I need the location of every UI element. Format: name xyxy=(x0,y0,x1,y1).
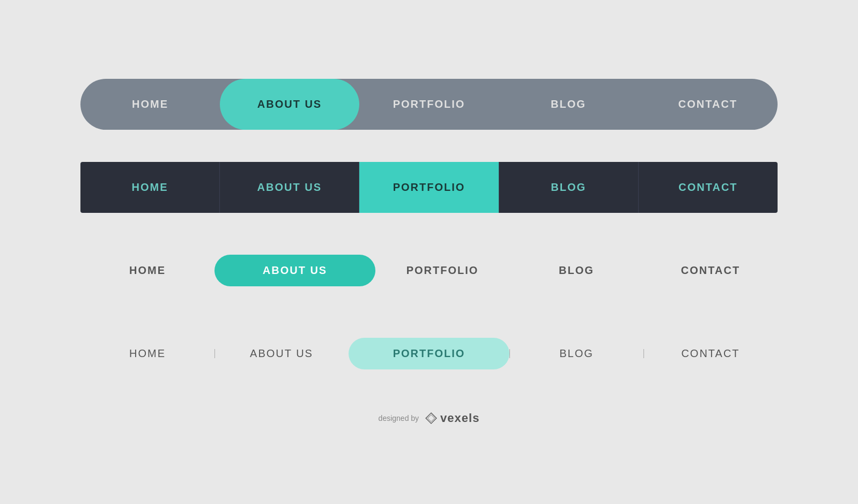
nav1-blog[interactable]: BLOG xyxy=(499,79,638,130)
nav-bar-4: HOME ABOUT US PORTFOLIO BLOG CONTACT xyxy=(80,328,778,379)
vexels-brand-name: vexels xyxy=(440,411,479,425)
nav4-about-us[interactable]: ABOUT US xyxy=(214,347,349,360)
nav-bar-3: HOME ABOUT US PORTFOLIO BLOG CONTACT xyxy=(80,245,778,296)
nav3-portfolio[interactable]: PORTFOLIO xyxy=(375,264,509,277)
nav3-blog[interactable]: BLOG xyxy=(509,264,644,277)
designed-by-label: designed by xyxy=(379,414,419,423)
nav2-about-us[interactable]: ABOUT US xyxy=(220,162,359,213)
nav1-home[interactable]: HOME xyxy=(80,79,220,130)
nav3-contact[interactable]: CONTACT xyxy=(644,264,778,277)
nav4-portfolio[interactable]: PORTFOLIO xyxy=(349,338,509,369)
page-wrapper: HOME ABOUT US PORTFOLIO BLOG CONTACT HOM… xyxy=(0,57,858,447)
nav4-blog[interactable]: BLOG xyxy=(509,347,644,360)
nav2-blog[interactable]: BLOG xyxy=(499,162,639,213)
nav1-contact[interactable]: CONTACT xyxy=(638,79,778,130)
nav2-portfolio[interactable]: PORTFOLIO xyxy=(359,162,499,213)
nav3-about-us[interactable]: ABOUT US xyxy=(214,255,375,286)
footer: designed by vexels xyxy=(379,411,480,425)
nav4-contact[interactable]: CONTACT xyxy=(644,347,778,360)
nav-bar-1: HOME ABOUT US PORTFOLIO BLOG CONTACT xyxy=(80,79,778,130)
vexels-diamond-icon xyxy=(425,412,437,424)
nav2-home[interactable]: HOME xyxy=(80,162,220,213)
nav-bar-2: HOME ABOUT US PORTFOLIO BLOG CONTACT xyxy=(80,162,778,213)
nav4-home[interactable]: HOME xyxy=(80,347,214,360)
nav1-about-us[interactable]: ABOUT US xyxy=(220,79,359,130)
nav1-portfolio[interactable]: PORTFOLIO xyxy=(359,79,499,130)
vexels-logo: vexels xyxy=(425,411,479,425)
nav3-home[interactable]: HOME xyxy=(80,264,214,277)
nav2-contact[interactable]: CONTACT xyxy=(639,162,778,213)
